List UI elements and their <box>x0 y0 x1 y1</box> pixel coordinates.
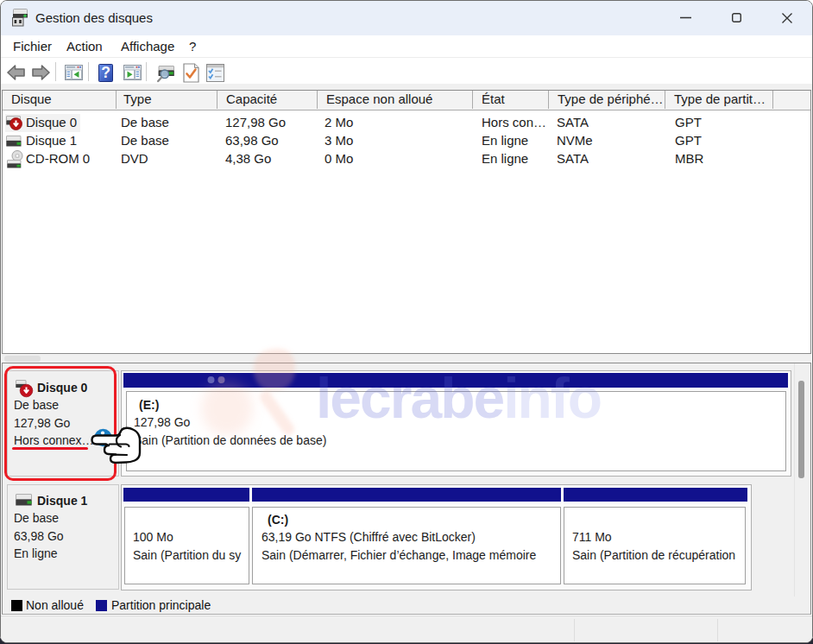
svg-text:?: ? <box>101 64 110 81</box>
